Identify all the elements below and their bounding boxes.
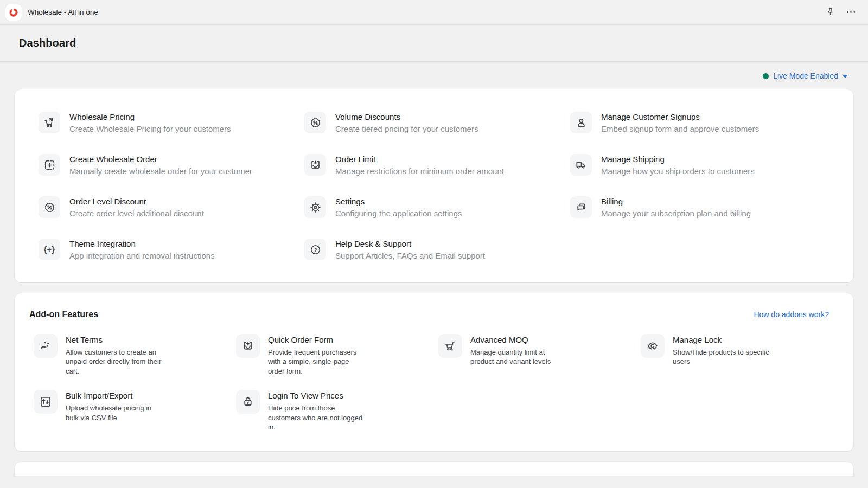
inbox-arrow-icon [304,154,326,176]
addons-help-link[interactable]: How do addons work? [754,310,829,319]
app-title: Wholesale - All in one [28,8,98,16]
live-mode-row: Live Mode Enabled [15,62,853,89]
addon-title: Net Terms [66,335,162,344]
feature-subtitle: Manage how you ship orders to customers [601,166,755,176]
addon-title: Quick Order Form [268,335,365,344]
discount-badge-icon [39,196,60,218]
feature-item[interactable]: {+} Theme Integration App integration an… [39,239,298,260]
feature-item[interactable]: Manage Shipping Manage how you ship orde… [570,154,829,176]
page-title: Dashboard [19,37,76,49]
feature-title: Manage Shipping [601,155,755,164]
feature-title: Volume Discounts [335,112,478,121]
feature-item[interactable]: ? Help Desk & Support Support Articles, … [304,239,564,260]
feature-item[interactable]: Create Wholesale Order Manually create w… [39,154,298,176]
feature-subtitle: Embed signup form and approve customers [601,124,759,133]
features-grid: Wholesale Pricing Create Wholesale Prici… [39,112,829,260]
features-card: Wholesale Pricing Create Wholesale Prici… [15,89,853,282]
feature-subtitle: Create order level additional discount [69,209,204,218]
addon-description: Upload wholesale pricing in bulk via CSV… [66,403,162,422]
pin-icon [825,7,835,17]
live-mode-label: Live Mode Enabled [773,72,838,80]
addon-title: Login To View Prices [268,391,365,400]
feature-subtitle: Configuring the application settings [335,209,462,218]
addon-item[interactable]: Manage Lock Show/Hide products to specif… [636,334,839,376]
addon-description: Show/Hide products to specific users [673,348,769,367]
import-export-icon [34,390,58,414]
feature-title: Wholesale Pricing [69,112,231,121]
feature-item[interactable]: Wholesale Pricing Create Wholesale Prici… [39,112,298,133]
gear-icon [304,196,326,218]
feature-subtitle: Manually create wholesale order for your… [69,166,252,176]
feature-title: Manage Customer Signups [601,112,759,121]
svg-text:?: ? [314,246,317,252]
addon-item[interactable]: Bulk Import/Export Upload wholesale pric… [29,390,232,432]
addon-description: Manage quantity limit at product and var… [470,348,567,367]
chevron-down-icon [843,75,848,78]
feature-title: Help Desk & Support [335,239,485,248]
addon-description: Allow customers to create an unpaid orde… [66,348,162,376]
addons-card: Add-on Features How do addons work? Net … [15,293,853,451]
addon-item[interactable]: Advanced MOQ Manage quantity limit at pr… [434,334,636,376]
feature-title: Order Level Discount [69,197,204,206]
feature-title: Settings [335,197,462,206]
truck-icon [570,154,592,176]
feature-subtitle: Manage your subscription plan and billin… [601,209,751,218]
feature-item[interactable]: Manage Customer Signups Embed signup for… [570,112,829,133]
cart-icon [438,334,462,358]
addon-title: Bulk Import/Export [66,391,162,400]
help-circle-icon: ? [304,239,326,260]
feature-title: Theme Integration [69,239,215,248]
eye-check-icon [641,334,665,358]
addon-description: Provide frequent purchasers with a simpl… [268,348,365,376]
addons-header: Add-on Features How do addons work? [29,310,839,334]
next-card-peek [15,462,853,476]
page-content: Live Mode Enabled Wholesale Pricing Crea… [0,62,868,476]
feature-subtitle: Support Articles, FAQs and Email support [335,251,485,260]
pin-button[interactable] [822,5,838,20]
inbox-arrow-icon [236,334,260,358]
more-menu-button[interactable] [843,5,858,20]
discount-badge-icon [304,112,326,133]
addons-grid: Net Terms Allow customers to create an u… [29,334,839,432]
addon-description: Hide price from those customers who are … [268,403,365,432]
addon-title: Manage Lock [673,335,769,344]
live-mode-toggle[interactable]: Live Mode Enabled [763,72,848,80]
feature-item[interactable]: Volume Discounts Create tiered pricing f… [304,112,564,133]
app-logo-icon [8,7,20,18]
person-icon [570,112,592,133]
addon-item[interactable]: Quick Order Form Provide frequent purcha… [232,334,434,376]
addon-title: Advanced MOQ [470,335,567,344]
billing-icon [570,196,592,218]
feature-subtitle: Create Wholesale Pricing for your custom… [69,124,231,133]
feature-subtitle: Create tiered pricing for your customers [335,124,478,133]
cart-percent-icon [39,112,60,133]
addon-item[interactable]: Net Terms Allow customers to create an u… [29,334,232,376]
feature-title: Create Wholesale Order [69,155,252,164]
net-terms-icon [34,334,58,358]
feature-item[interactable]: Settings Configuring the application set… [304,196,564,218]
feature-item[interactable]: Order Level Discount Create order level … [39,196,298,218]
feature-subtitle: Manage restrictions for minimum order am… [335,166,504,176]
theme-brackets-icon: {+} [39,239,60,260]
dashed-plus-icon [39,154,60,176]
feature-title: Billing [601,197,751,206]
feature-item[interactable]: Billing Manage your subscription plan an… [570,196,829,218]
app-logo [5,4,22,21]
addons-heading: Add-on Features [29,310,98,319]
feature-item[interactable]: Order Limit Manage restrictions for mini… [304,154,564,176]
page-header: Dashboard [0,25,868,62]
lock-icon [236,390,260,414]
feature-subtitle: App integration and removal instructions [69,251,215,260]
topbar: Wholesale - All in one [0,0,868,25]
live-status-dot [763,73,769,79]
addon-item[interactable]: Login To View Prices Hide price from tho… [232,390,434,432]
feature-title: Order Limit [335,155,504,164]
ellipsis-icon [846,7,856,17]
